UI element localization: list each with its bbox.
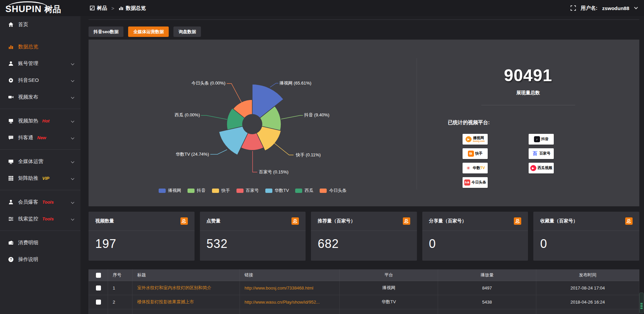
slice-label-西瓜: 西瓜 (0.00%): [175, 112, 200, 118]
total-badge[interactable]: 总: [291, 217, 299, 225]
sidebar: 首页数据总览账号管理抖音SEO视频发布视频加热Hot抖客通New全媒体运营矩阵助…: [0, 16, 80, 314]
grid-icon: [8, 175, 14, 181]
username-value[interactable]: zswodun88: [602, 5, 629, 11]
chevron-down-icon[interactable]: [634, 5, 638, 9]
sidebar-divider: [0, 190, 80, 190]
rose-chart-svg[interactable]: [89, 40, 417, 206]
sidebar-item-5[interactable]: 视频发布: [0, 89, 80, 105]
label-leader-line: [201, 115, 227, 119]
sidebar-item-label: 全媒体运营: [18, 158, 43, 165]
videos-data-table: 序号标题链接平台播放量发布时间1室外水纹灯和室内水纹灯的区别和简介http://…: [89, 269, 639, 314]
sidebar-item-6[interactable]: 视频加热Hot: [0, 112, 80, 129]
chat-icon: [8, 135, 14, 141]
sidebar-item-12[interactable]: 消费明细: [0, 234, 80, 251]
slice-label-华数TV: 华数TV (24.74%): [176, 151, 209, 157]
breadcrumb-root[interactable]: 树品: [97, 5, 107, 11]
topbar-right: 用户名: zswodun88: [571, 5, 644, 11]
cell-index: 1: [108, 281, 132, 295]
sidebar-item-9[interactable]: 矩阵助推VIP: [0, 170, 80, 187]
legend-label: 播视网: [168, 188, 181, 194]
stat-card-value: 197: [89, 231, 195, 251]
rose-center-hole: [242, 114, 262, 134]
cell-time: 2017-08-24 17:04: [536, 281, 639, 295]
floating-scroll-widget[interactable]: [639, 293, 644, 313]
col-header-6: 发布时间: [536, 269, 639, 281]
cell-index: 2: [108, 295, 132, 309]
legend-item-抖音[interactable]: 抖音: [187, 188, 206, 194]
sidebar-item-1[interactable]: 首页: [0, 16, 80, 33]
sidebar-item-8[interactable]: 全媒体运营: [0, 153, 80, 170]
sidebar-item-13[interactable]: ?操作说明: [0, 251, 80, 268]
label-leader-line: [253, 151, 257, 172]
platform-badge-抖音: ♪抖音: [529, 134, 554, 145]
row-checkbox[interactable]: [96, 300, 101, 305]
person-icon: [8, 199, 14, 205]
wasu-logo: ✳: [465, 165, 471, 171]
platform-name: 今日头条: [472, 180, 486, 185]
label-leader-line: [281, 115, 303, 119]
total-badge[interactable]: 总: [403, 217, 410, 225]
cell-link[interactable]: http://www.boosj.com/7338468.html: [240, 281, 340, 295]
platform-name: 快手: [475, 152, 483, 156]
cell-title[interactable]: 楼体投影灯投影效果震撼上市: [132, 295, 240, 309]
platform-badge-华数TV: ✳华数TV: [463, 163, 488, 173]
bar-chart-icon: [8, 44, 14, 50]
tab-2[interactable]: 全媒体运营数据: [128, 27, 169, 37]
chart-legend: 播视网抖音快手百家号华数TV西瓜今日头条: [89, 188, 417, 194]
stat-card-header: 收藏量（百家号）总: [533, 212, 639, 231]
fullscreen-icon[interactable]: [571, 5, 576, 11]
cell-platform: 播视网: [340, 281, 438, 295]
cell-title[interactable]: 室外水纹灯和室内水纹灯的区别和简介: [132, 281, 240, 295]
select-all-header: [89, 269, 108, 281]
app-logo: SHUPIN 树品: [0, 0, 80, 16]
stat-cards-row: 视频数量总197点赞量总532推荐量（百家号）总682分享量（百家号）总0收藏量…: [89, 212, 639, 261]
videos-table: 序号标题链接平台播放量发布时间1室外水纹灯和室内水纹灯的区别和简介http://…: [89, 269, 639, 314]
kuaishou-logo: 快: [468, 151, 474, 157]
bar-chart-icon: [119, 6, 123, 10]
row-checkbox[interactable]: [96, 285, 101, 291]
label-leader-line: [270, 83, 278, 87]
total-badge[interactable]: 总: [514, 217, 521, 225]
legend-item-华数TV[interactable]: 华数TV: [265, 188, 289, 194]
sidebar-item-2[interactable]: 数据总览: [0, 38, 80, 55]
legend-swatch: [295, 189, 302, 193]
svg-text:?: ?: [10, 258, 12, 261]
sidebar-item-7[interactable]: 抖客通New: [0, 129, 80, 146]
cell-link[interactable]: http://www.wasu.cn/Play/show/id/952...: [240, 295, 340, 309]
chevron-down-icon: [71, 217, 74, 220]
chevron-down-icon: [71, 78, 74, 82]
legend-item-快手[interactable]: 快手: [212, 188, 230, 194]
legend-item-百家号[interactable]: 百家号: [236, 188, 259, 194]
platforms-title: 已统计的视频平台:: [448, 119, 639, 126]
sidebar-item-11[interactable]: 线索监控Tools: [0, 210, 80, 227]
label-leader-line: [210, 150, 227, 154]
legend-item-今日头条[interactable]: 今日头条: [320, 188, 346, 194]
chevron-down-icon: [71, 95, 74, 99]
app-root: SHUPIN 树品 树品 > 数据总览 用户名: zswodun88: [0, 0, 644, 314]
total-impressions-value: 90491: [417, 66, 639, 85]
slice-label-快手: 快手 (0.11%): [296, 152, 321, 158]
sidebar-item-badge: VIP: [42, 176, 49, 181]
platform-name: 播视网: [473, 136, 485, 140]
slice-label-百家号: 百家号 (0.15%): [259, 169, 288, 175]
sidebar-item-4[interactable]: 抖音SEO: [0, 72, 80, 89]
total-badge[interactable]: 总: [180, 217, 188, 225]
total-badge[interactable]: 总: [625, 217, 633, 225]
legend-item-播视网[interactable]: 播视网: [159, 188, 181, 194]
platform-badge-grid: ▶播视网boosj.com♪抖音快快手百百家号✳华数TV▶西瓜视频头条今日头条: [463, 134, 639, 188]
tab-1[interactable]: 抖音seo数据: [89, 27, 123, 37]
baijiahao-logo: 百: [532, 151, 538, 157]
select-all-checkbox[interactable]: [96, 273, 101, 278]
chevron-down-icon: [71, 176, 74, 180]
col-header-5: 播放量: [438, 269, 536, 281]
tab-3[interactable]: 询盘数据: [173, 27, 201, 37]
legend-item-西瓜[interactable]: 西瓜: [295, 188, 313, 194]
sidebar-item-3[interactable]: 账号管理: [0, 55, 80, 72]
sidebar-item-label: 操作说明: [18, 256, 38, 263]
label-leader-line: [273, 142, 293, 155]
slice-label-播视网: 播视网 (65.61%): [279, 80, 311, 86]
sidebar-item-10[interactable]: 会员爆客Tools: [0, 194, 80, 210]
sidebar-item-label: 抖客通: [18, 135, 33, 141]
sidebar-divider: [0, 109, 80, 109]
boosj-logo: ▶: [466, 136, 472, 142]
